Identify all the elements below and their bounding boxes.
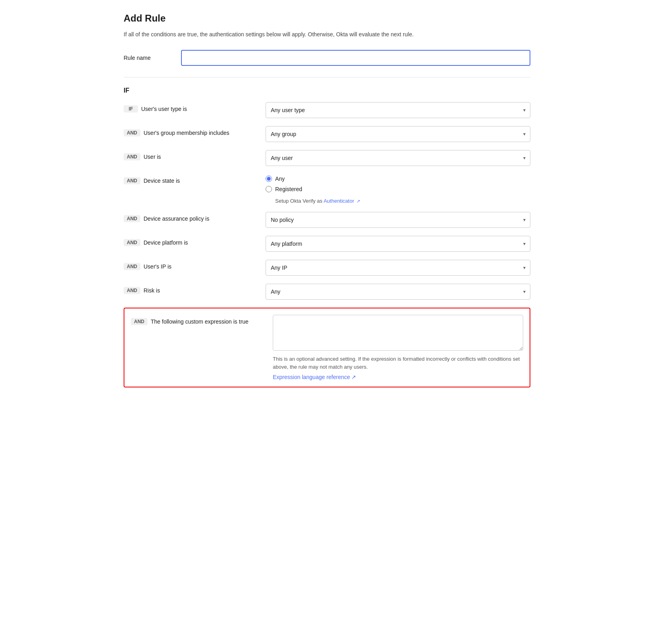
condition-right-user: Any user ▾ bbox=[266, 150, 530, 166]
select-wrapper-group: Any group ▾ bbox=[266, 126, 530, 142]
select-risk[interactable]: Any bbox=[266, 284, 530, 300]
condition-right-device-assurance: No policy ▾ bbox=[266, 212, 530, 228]
condition-right-user-type: Any user type ▾ bbox=[266, 102, 530, 118]
label-custom-expression: The following custom expression is true bbox=[151, 318, 248, 325]
page-title: Add Rule bbox=[124, 13, 530, 24]
setup-text: Setup Okta Verify as Authenticator ↗ bbox=[275, 198, 530, 204]
radio-any-label: Any bbox=[275, 176, 285, 182]
rule-name-input[interactable] bbox=[181, 50, 530, 66]
condition-right-device-state: Any Registered Setup Okta Verify as Auth… bbox=[266, 174, 530, 204]
badge-and-user: AND bbox=[124, 153, 140, 160]
label-device-platform: Device platform is bbox=[144, 239, 188, 246]
rule-name-row: Rule name bbox=[124, 50, 530, 66]
badge-and-user-ip: AND bbox=[124, 263, 140, 270]
select-group[interactable]: Any group bbox=[266, 126, 530, 142]
badge-and-risk: AND bbox=[124, 287, 140, 294]
select-user-type[interactable]: Any user type bbox=[266, 102, 530, 118]
label-user-type: User's user type is bbox=[141, 106, 187, 112]
if-section-header: IF bbox=[124, 87, 530, 94]
authenticator-link[interactable]: Authenticator ↗ bbox=[323, 198, 360, 204]
condition-user-ip: AND User's IP is Any IP ▾ bbox=[124, 260, 530, 276]
add-rule-container: Add Rule If all of the conditions are tr… bbox=[108, 0, 546, 400]
condition-device-platform: AND Device platform is Any platform ▾ bbox=[124, 236, 530, 252]
select-wrapper-risk: Any ▾ bbox=[266, 284, 530, 300]
rule-name-label: Rule name bbox=[124, 55, 171, 61]
select-wrapper-user-ip: Any IP ▾ bbox=[266, 260, 530, 276]
page-description: If all of the conditions are true, the a… bbox=[124, 30, 530, 39]
custom-expression-section: AND The following custom expression is t… bbox=[124, 308, 530, 387]
select-wrapper-device-assurance: No policy ▾ bbox=[266, 212, 530, 228]
condition-left-group: AND User's group membership includes bbox=[124, 126, 259, 136]
condition-right-user-ip: Any IP ▾ bbox=[266, 260, 530, 276]
condition-right-device-platform: Any platform ▾ bbox=[266, 236, 530, 252]
select-wrapper-user: Any user ▾ bbox=[266, 150, 530, 166]
radio-any[interactable] bbox=[266, 176, 272, 182]
label-group: User's group membership includes bbox=[144, 130, 229, 136]
expression-link-text: Expression language reference bbox=[273, 374, 350, 380]
badge-if: IF bbox=[124, 105, 138, 113]
select-device-platform[interactable]: Any platform bbox=[266, 236, 530, 252]
badge-and-custom-expression: AND bbox=[131, 318, 148, 325]
condition-left-user-type: IF User's user type is bbox=[124, 102, 259, 113]
condition-left-device-state: AND Device state is bbox=[124, 174, 259, 184]
label-risk: Risk is bbox=[144, 287, 160, 294]
radio-item-registered: Registered bbox=[266, 186, 530, 192]
select-user-ip[interactable]: Any IP bbox=[266, 260, 530, 276]
expression-language-link[interactable]: Expression language reference ↗ bbox=[273, 374, 356, 380]
external-link-icon-expression: ↗ bbox=[351, 374, 356, 380]
badge-and-group: AND bbox=[124, 129, 140, 136]
radio-group-device-state: Any Registered Setup Okta Verify as Auth… bbox=[266, 174, 530, 204]
external-link-icon: ↗ bbox=[357, 199, 360, 203]
select-device-assurance[interactable]: No policy bbox=[266, 212, 530, 228]
section-divider bbox=[124, 77, 530, 77]
select-wrapper-user-type: Any user type ▾ bbox=[266, 102, 530, 118]
condition-device-assurance: AND Device assurance policy is No policy… bbox=[124, 212, 530, 228]
condition-right-risk: Any ▾ bbox=[266, 284, 530, 300]
condition-left-device-assurance: AND Device assurance policy is bbox=[124, 212, 259, 222]
badge-and-device-assurance: AND bbox=[124, 215, 140, 222]
condition-user: AND User is Any user ▾ bbox=[124, 150, 530, 166]
condition-user-type: IF User's user type is Any user type ▾ bbox=[124, 102, 530, 118]
condition-risk: AND Risk is Any ▾ bbox=[124, 284, 530, 300]
condition-device-state: AND Device state is Any Registered Setup… bbox=[124, 174, 530, 204]
badge-and-device-platform: AND bbox=[124, 239, 140, 246]
condition-left-user: AND User is bbox=[124, 150, 259, 160]
label-user: User is bbox=[144, 154, 161, 160]
radio-registered-label: Registered bbox=[275, 186, 302, 192]
custom-expression-textarea[interactable] bbox=[273, 315, 523, 351]
radio-registered[interactable] bbox=[266, 186, 272, 192]
badge-and-device-state: AND bbox=[124, 177, 140, 184]
select-wrapper-device-platform: Any platform ▾ bbox=[266, 236, 530, 252]
condition-group: AND User's group membership includes Any… bbox=[124, 126, 530, 142]
select-user[interactable]: Any user bbox=[266, 150, 530, 166]
condition-left-user-ip: AND User's IP is bbox=[124, 260, 259, 270]
label-device-assurance: Device assurance policy is bbox=[144, 215, 209, 222]
radio-item-any: Any bbox=[266, 176, 530, 182]
condition-left-custom-expression: AND The following custom expression is t… bbox=[131, 315, 266, 325]
condition-left-risk: AND Risk is bbox=[124, 284, 259, 294]
label-user-ip: User's IP is bbox=[144, 263, 171, 270]
condition-right-custom-expression: This is an optional advanced setting. If… bbox=[273, 315, 523, 380]
condition-custom-expression: AND The following custom expression is t… bbox=[131, 315, 523, 380]
condition-right-group: Any group ▾ bbox=[266, 126, 530, 142]
condition-left-device-platform: AND Device platform is bbox=[124, 236, 259, 246]
label-device-state: Device state is bbox=[144, 178, 180, 184]
custom-expression-helper: This is an optional advanced setting. If… bbox=[273, 355, 523, 371]
